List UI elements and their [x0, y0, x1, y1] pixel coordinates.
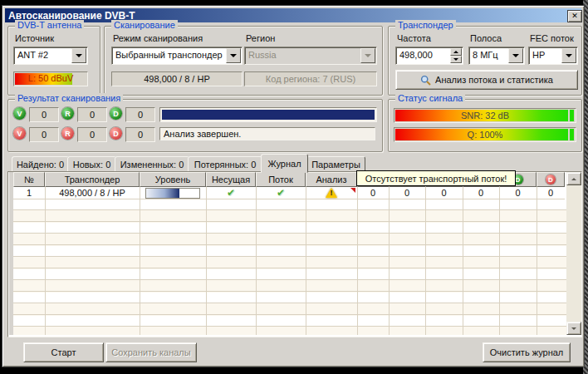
chevron-down-icon[interactable] — [561, 48, 576, 63]
gridline — [256, 187, 257, 335]
scroll-up-icon[interactable] — [566, 172, 581, 185]
region-select: Russia — [244, 47, 377, 65]
analyze-stream-button[interactable]: Анализ потока и статистика — [395, 70, 578, 90]
data-lost-count: 0 — [125, 127, 155, 142]
tab-changed[interactable]: Измененных: 0 — [115, 156, 189, 172]
warning-icon: ! — [325, 188, 338, 199]
antenna-group-title: DVB-T антенна — [15, 20, 84, 30]
spin-down-icon[interactable] — [450, 56, 462, 63]
signal-status-group: Статус сигнала SNR: 32 dB Q: 100% — [388, 99, 582, 152]
data-found-count: 0 — [125, 107, 155, 122]
gridline — [306, 187, 306, 335]
quality-text: Q: 100% — [394, 130, 576, 140]
row1-level[interactable] — [140, 187, 206, 199]
col-header-d-red[interactable]: D — [537, 172, 565, 187]
gridline — [140, 187, 140, 335]
antenna-level-bar: L: 50 dBuV — [13, 71, 88, 86]
transponder-group: Транспондер Частота 498,000 Полоса 8 МГц… — [388, 26, 582, 96]
region-code: Код региона: 7 (RUS) — [244, 71, 377, 86]
frequency-label: Частота — [397, 33, 431, 43]
gridline — [537, 187, 537, 335]
tab-found[interactable]: Найдено: 0 — [12, 156, 69, 172]
tooltip: Отсутствует транспортный поток! — [356, 170, 516, 186]
chevron-down-icon — [360, 48, 375, 63]
row1-stream[interactable]: ✔ — [256, 187, 306, 199]
check-icon: ✔ — [277, 187, 285, 199]
check-icon: ✔ — [227, 187, 235, 199]
radio-lost-icon: R — [61, 127, 74, 140]
frequency-spinner[interactable]: 498,000 — [395, 47, 463, 65]
start-button[interactable]: Старт — [23, 342, 104, 362]
vertical-scrollbar[interactable] — [566, 172, 581, 335]
scan-mode-select[interactable]: Выбранный транспондер — [111, 47, 243, 65]
row1-analysis[interactable]: ! — [306, 187, 357, 199]
radio-lost-count: 0 — [77, 127, 107, 142]
video-lost-count: 0 — [29, 127, 59, 142]
row1-count-1[interactable]: 0 — [357, 187, 389, 199]
snr-bar: SNR: 32 dB — [394, 108, 576, 123]
chevron-down-icon[interactable] — [226, 48, 241, 63]
transponder-summary: 498,000 / 8 / HP — [111, 71, 243, 86]
dialog-window: Автосканирование DVB-T ✕ DVB-T антенна И… — [2, 5, 585, 367]
frequency-value: 498,000 — [399, 50, 433, 60]
tab-lost[interactable]: Потерянных: 0 — [188, 156, 262, 172]
row1-count-3[interactable]: 0 — [425, 187, 463, 199]
quality-bar: Q: 100% — [394, 127, 576, 142]
antenna-level-text: L: 50 dBuV — [14, 73, 87, 83]
col-header-stream[interactable]: Поток — [256, 172, 306, 187]
col-header-transponder[interactable]: Транспондер — [45, 172, 140, 187]
row1-count-4[interactable]: 0 — [463, 187, 499, 199]
level-meter — [145, 188, 200, 199]
source-value: ANT #2 — [17, 50, 48, 60]
tab-journal[interactable]: Журнал — [261, 154, 308, 173]
antenna-group: DVB-T антенна Источник ANT #2 L: 50 dBuV — [7, 26, 100, 96]
magnifier-icon — [420, 75, 431, 86]
row1-num[interactable]: 1 — [13, 187, 45, 199]
scan-result-group-title: Результат сканирования — [15, 93, 123, 103]
save-channels-button[interactable]: Сохранить каналы — [105, 342, 197, 362]
scan-mode-value: Выбранный транспондер — [115, 50, 223, 60]
region-value: Russia — [248, 50, 277, 60]
row1-transponder[interactable]: 498,000 / 8 / HP — [45, 187, 140, 199]
video-lost-icon: V — [13, 127, 26, 140]
gridline — [206, 187, 207, 335]
signal-status-group-title: Статус сигнала — [395, 93, 465, 103]
source-select[interactable]: ANT #2 — [13, 47, 88, 65]
scan-status-text: Анализ завершен. — [159, 127, 375, 140]
journal-table: № Транспондер Уровень Несущая Поток Анал… — [7, 171, 582, 337]
gridline — [389, 187, 390, 335]
gridline — [45, 187, 46, 335]
tab-new[interactable]: Новых: 0 — [67, 156, 116, 172]
note-marker-icon — [350, 188, 355, 193]
title-bar[interactable]: Автосканирование DVB-T — [5, 8, 581, 22]
row1-carrier[interactable]: ✔ — [206, 187, 256, 199]
col-header-num[interactable]: № — [13, 172, 45, 187]
col-header-analysis[interactable]: Анализ — [306, 172, 357, 187]
gridline — [499, 187, 500, 335]
bandwidth-select[interactable]: 8 МГц — [468, 47, 525, 65]
scan-mode-label: Режим сканирования — [113, 33, 203, 43]
col-header-carrier[interactable]: Несущая — [206, 172, 256, 187]
row1-count-6[interactable]: 0 — [537, 187, 565, 199]
close-icon[interactable]: ✕ — [567, 10, 582, 22]
scroll-down-icon[interactable] — [566, 322, 581, 335]
spin-up-icon[interactable] — [450, 48, 462, 56]
gridline — [425, 187, 426, 335]
scan-progress-bar — [159, 107, 377, 122]
snr-text: SNR: 32 dB — [394, 111, 576, 121]
clear-journal-button[interactable]: Очистить журнал — [483, 342, 571, 362]
radio-found-count: 0 — [77, 107, 107, 122]
transponder-group-title: Транспондер — [395, 20, 456, 30]
scan-group: Сканирование Режим сканирования Выбранны… — [104, 26, 383, 96]
col-header-level[interactable]: Уровень — [140, 172, 206, 187]
chevron-down-icon[interactable] — [508, 48, 523, 63]
fec-value: HP — [532, 50, 545, 60]
row1-count-2[interactable]: 0 — [389, 187, 425, 199]
chevron-down-icon[interactable] — [71, 48, 86, 63]
row1-count-5[interactable]: 0 — [499, 187, 537, 199]
fec-select[interactable]: HP — [528, 47, 578, 65]
gridline — [463, 187, 463, 335]
region-label: Регион — [246, 33, 275, 43]
d-red-icon: D — [546, 175, 556, 185]
source-label: Источник — [15, 33, 54, 43]
